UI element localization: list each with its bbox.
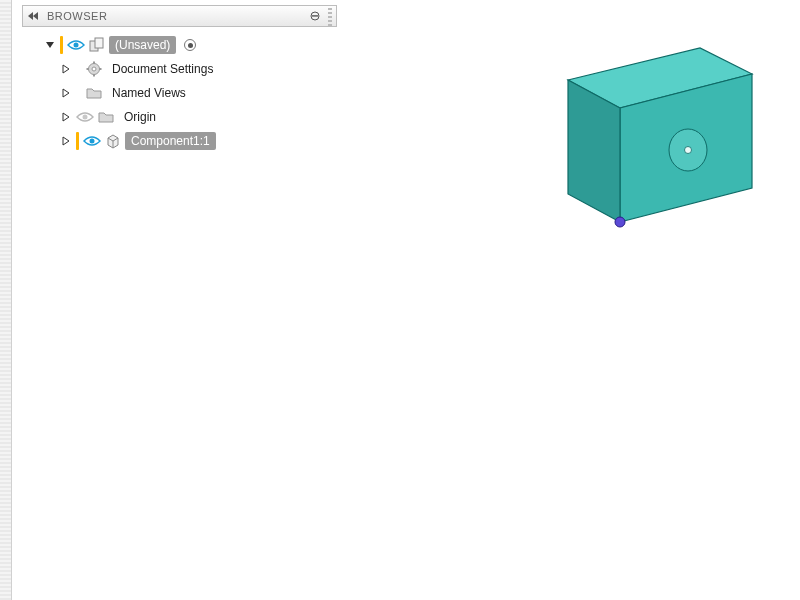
folder-icon: [86, 85, 102, 101]
left-rail: [0, 0, 12, 600]
svg-rect-1: [312, 15, 318, 16]
model-box[interactable]: [520, 40, 780, 263]
tree-row-document-settings[interactable]: Document Settings: [26, 57, 337, 81]
browser-tree: (Unsaved) Document Settings N: [22, 27, 337, 153]
rewind-icon[interactable]: [27, 9, 41, 23]
svg-point-12: [90, 139, 95, 144]
tree-item-label[interactable]: Component1:1: [125, 132, 216, 150]
svg-point-11: [83, 115, 88, 120]
folder-icon: [98, 109, 114, 125]
tree-row-origin[interactable]: Origin: [26, 105, 337, 129]
hole-center: [685, 147, 692, 154]
caret-down-icon[interactable]: [44, 39, 56, 51]
caret-right-icon[interactable]: [60, 135, 72, 147]
caret-right-icon[interactable]: [60, 63, 72, 75]
visibility-icon[interactable]: [67, 38, 85, 52]
caret-right-icon[interactable]: [60, 87, 72, 99]
tree-root-label[interactable]: (Unsaved): [109, 36, 176, 54]
tree-item-label[interactable]: Named Views: [106, 84, 192, 102]
svg-point-6: [92, 67, 96, 71]
body-icon: [105, 133, 121, 149]
caret-right-icon[interactable]: [60, 111, 72, 123]
svg-point-2: [74, 43, 79, 48]
activate-radio-icon[interactable]: [184, 39, 196, 51]
origin-point-icon[interactable]: [615, 217, 625, 227]
active-marker: [60, 36, 63, 54]
active-marker: [76, 132, 79, 150]
browser-panel-header[interactable]: BROWSER: [22, 5, 337, 27]
browser-panel: BROWSER (Unsaved): [22, 5, 337, 153]
tree-row-component1[interactable]: Component1:1: [26, 129, 337, 153]
viewport-3d[interactable]: [340, 0, 800, 600]
tree-item-label[interactable]: Origin: [118, 108, 162, 126]
visibility-icon[interactable]: [83, 134, 101, 148]
svg-rect-4: [95, 38, 103, 48]
tree-root-row[interactable]: (Unsaved): [26, 33, 337, 57]
minimize-icon[interactable]: [308, 9, 322, 23]
tree-row-named-views[interactable]: Named Views: [26, 81, 337, 105]
tree-item-label[interactable]: Document Settings: [106, 60, 219, 78]
panel-title: BROWSER: [47, 10, 302, 22]
visibility-off-icon[interactable]: [76, 110, 94, 124]
panel-resize-handle[interactable]: [328, 6, 332, 26]
gear-icon: [86, 61, 102, 77]
component-root-icon: [89, 37, 105, 53]
